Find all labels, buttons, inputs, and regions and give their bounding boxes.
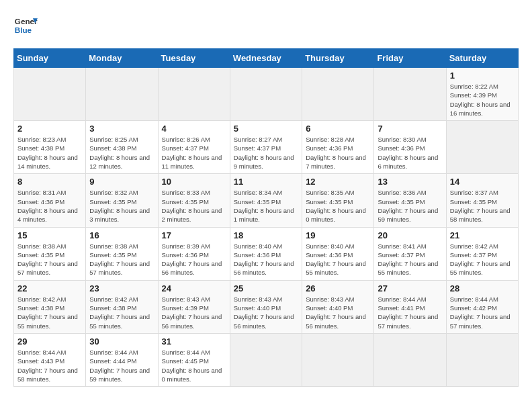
calendar-cell	[374, 333, 446, 386]
day-detail: Sunrise: 8:38 AMSunset: 4:35 PMDaylight:…	[17, 242, 82, 277]
day-number: 19	[306, 230, 370, 240]
calendar-cell	[302, 333, 374, 386]
calendar-cell: 28Sunrise: 8:44 AMSunset: 4:42 PMDayligh…	[446, 280, 518, 333]
day-number: 9	[89, 177, 154, 187]
calendar-cell: 20Sunrise: 8:41 AMSunset: 4:37 PMDayligh…	[374, 227, 446, 280]
day-detail: Sunrise: 8:42 AMSunset: 4:38 PMDaylight:…	[17, 295, 82, 330]
day-number: 21	[450, 230, 515, 240]
day-number: 7	[378, 124, 442, 134]
day-detail: Sunrise: 8:25 AMSunset: 4:38 PMDaylight:…	[89, 135, 154, 171]
calendar-cell: 1Sunrise: 8:22 AMSunset: 4:39 PMDaylight…	[446, 68, 518, 121]
day-detail: Sunrise: 8:40 AMSunset: 4:36 PMDaylight:…	[306, 242, 370, 277]
day-number: 3	[89, 124, 154, 134]
day-detail: Sunrise: 8:43 AMSunset: 4:40 PMDaylight:…	[306, 295, 370, 330]
day-number: 16	[89, 230, 154, 240]
day-detail: Sunrise: 8:40 AMSunset: 4:36 PMDaylight:…	[234, 242, 298, 277]
day-detail: Sunrise: 8:38 AMSunset: 4:35 PMDaylight:…	[89, 242, 154, 277]
calendar-cell: 4Sunrise: 8:26 AMSunset: 4:37 PMDaylight…	[158, 121, 230, 174]
day-header-wednesday: Wednesday	[230, 49, 302, 68]
day-detail: Sunrise: 8:43 AMSunset: 4:39 PMDaylight:…	[162, 295, 226, 330]
day-detail: Sunrise: 8:44 AMSunset: 4:45 PMDaylight:…	[162, 348, 226, 383]
calendar-cell: 19Sunrise: 8:40 AMSunset: 4:36 PMDayligh…	[302, 227, 374, 280]
day-header-friday: Friday	[374, 49, 446, 68]
day-detail: Sunrise: 8:42 AMSunset: 4:37 PMDaylight:…	[450, 242, 515, 277]
calendar-cell	[446, 333, 518, 386]
day-detail: Sunrise: 8:41 AMSunset: 4:37 PMDaylight:…	[378, 242, 442, 277]
calendar-cell: 22Sunrise: 8:42 AMSunset: 4:38 PMDayligh…	[14, 280, 86, 333]
calendar-week-1: 1Sunrise: 8:22 AMSunset: 4:39 PMDaylight…	[14, 68, 519, 121]
calendar-cell: 10Sunrise: 8:33 AMSunset: 4:35 PMDayligh…	[158, 174, 230, 227]
calendar-cell: 23Sunrise: 8:42 AMSunset: 4:38 PMDayligh…	[86, 280, 158, 333]
calendar-cell: 2Sunrise: 8:23 AMSunset: 4:38 PMDaylight…	[14, 121, 86, 174]
day-detail: Sunrise: 8:34 AMSunset: 4:35 PMDaylight:…	[234, 188, 298, 224]
calendar-cell: 24Sunrise: 8:43 AMSunset: 4:39 PMDayligh…	[158, 280, 230, 333]
day-detail: Sunrise: 8:35 AMSunset: 4:35 PMDaylight:…	[306, 188, 370, 224]
day-number: 17	[162, 230, 226, 240]
day-number: 26	[306, 283, 370, 293]
calendar-cell: 7Sunrise: 8:30 AMSunset: 4:36 PMDaylight…	[374, 121, 446, 174]
calendar-cell: 17Sunrise: 8:39 AMSunset: 4:36 PMDayligh…	[158, 227, 230, 280]
day-number: 23	[89, 283, 154, 293]
day-number: 28	[450, 283, 515, 293]
day-number: 13	[378, 177, 442, 187]
calendar-cell: 16Sunrise: 8:38 AMSunset: 4:35 PMDayligh…	[86, 227, 158, 280]
day-number: 11	[234, 177, 298, 187]
day-number: 10	[162, 177, 226, 187]
day-number: 30	[89, 336, 154, 347]
day-detail: Sunrise: 8:23 AMSunset: 4:38 PMDaylight:…	[17, 135, 82, 171]
day-number: 1	[450, 71, 515, 81]
day-detail: Sunrise: 8:44 AMSunset: 4:42 PMDaylight:…	[450, 295, 515, 330]
day-detail: Sunrise: 8:33 AMSunset: 4:35 PMDaylight:…	[162, 188, 226, 224]
day-detail: Sunrise: 8:36 AMSunset: 4:35 PMDaylight:…	[378, 188, 442, 224]
calendar-cell: 18Sunrise: 8:40 AMSunset: 4:36 PMDayligh…	[230, 227, 302, 280]
calendar-week-4: 15Sunrise: 8:38 AMSunset: 4:35 PMDayligh…	[14, 227, 519, 280]
calendar-week-6: 29Sunrise: 8:44 AMSunset: 4:43 PMDayligh…	[14, 333, 519, 386]
day-number: 4	[162, 124, 226, 134]
header: General Blue	[13, 13, 519, 38]
day-number: 22	[17, 283, 82, 293]
day-number: 15	[17, 230, 82, 240]
calendar-cell	[446, 121, 518, 174]
day-detail: Sunrise: 8:44 AMSunset: 4:44 PMDaylight:…	[89, 348, 154, 383]
calendar-cell: 11Sunrise: 8:34 AMSunset: 4:35 PMDayligh…	[230, 174, 302, 227]
day-number: 12	[306, 177, 370, 187]
calendar-cell: 15Sunrise: 8:38 AMSunset: 4:35 PMDayligh…	[14, 227, 86, 280]
day-number: 2	[17, 124, 82, 134]
day-detail: Sunrise: 8:37 AMSunset: 4:35 PMDaylight:…	[450, 188, 515, 224]
day-detail: Sunrise: 8:26 AMSunset: 4:37 PMDaylight:…	[162, 135, 226, 171]
calendar-cell	[230, 333, 302, 386]
svg-text:General: General	[15, 17, 38, 26]
calendar-cell	[86, 68, 158, 121]
day-detail: Sunrise: 8:31 AMSunset: 4:36 PMDaylight:…	[17, 188, 82, 224]
calendar-cell	[14, 68, 86, 121]
day-detail: Sunrise: 8:44 AMSunset: 4:43 PMDaylight:…	[17, 348, 82, 383]
day-number: 31	[162, 336, 226, 347]
day-detail: Sunrise: 8:43 AMSunset: 4:40 PMDaylight:…	[234, 295, 298, 330]
day-number: 20	[378, 230, 442, 240]
calendar-cell	[230, 68, 302, 121]
day-number: 8	[17, 177, 82, 187]
calendar-cell: 14Sunrise: 8:37 AMSunset: 4:35 PMDayligh…	[446, 174, 518, 227]
calendar-cell: 31Sunrise: 8:44 AMSunset: 4:45 PMDayligh…	[158, 333, 230, 386]
calendar-cell: 21Sunrise: 8:42 AMSunset: 4:37 PMDayligh…	[446, 227, 518, 280]
calendar-cell: 13Sunrise: 8:36 AMSunset: 4:35 PMDayligh…	[374, 174, 446, 227]
day-detail: Sunrise: 8:28 AMSunset: 4:36 PMDaylight:…	[306, 135, 370, 171]
day-number: 29	[17, 336, 82, 347]
day-number: 5	[234, 124, 298, 134]
day-number: 27	[378, 283, 442, 293]
calendar-cell: 29Sunrise: 8:44 AMSunset: 4:43 PMDayligh…	[14, 333, 86, 386]
calendar-cell: 12Sunrise: 8:35 AMSunset: 4:35 PMDayligh…	[302, 174, 374, 227]
calendar-cell	[374, 68, 446, 121]
day-number: 24	[162, 283, 226, 293]
day-detail: Sunrise: 8:44 AMSunset: 4:41 PMDaylight:…	[378, 295, 442, 330]
day-header-monday: Monday	[86, 49, 158, 68]
day-header-saturday: Saturday	[446, 49, 518, 68]
calendar-table: SundayMondayTuesdayWednesdayThursdayFrid…	[13, 48, 519, 387]
day-detail: Sunrise: 8:32 AMSunset: 4:35 PMDaylight:…	[89, 188, 154, 224]
svg-text:Blue: Blue	[15, 26, 32, 34]
day-number: 14	[450, 177, 515, 187]
calendar-cell: 5Sunrise: 8:27 AMSunset: 4:37 PMDaylight…	[230, 121, 302, 174]
logo: General Blue	[13, 13, 40, 38]
calendar-cell	[302, 68, 374, 121]
calendar-week-2: 2Sunrise: 8:23 AMSunset: 4:38 PMDaylight…	[14, 121, 519, 174]
